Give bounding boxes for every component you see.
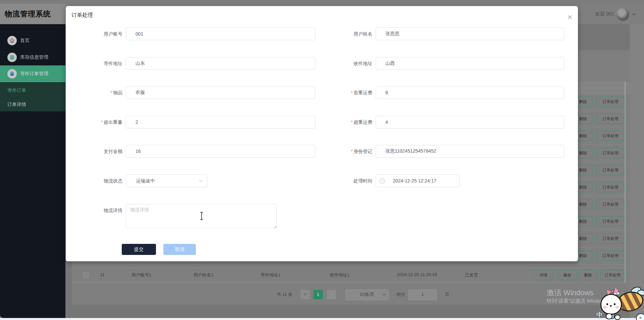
process-order-button[interactable]: 订单处理 — [596, 165, 625, 175]
submenu-item-send-orders[interactable]: 寄件订单 — [7, 88, 26, 94]
pet-head — [600, 294, 622, 315]
field-label-excess-weight: *超出重量 — [66, 116, 126, 128]
cell-receive-address: 收件地址1 — [330, 272, 350, 278]
pagination-page-1[interactable]: 1 — [313, 290, 323, 299]
field-label-user-name: 用户姓名 — [254, 28, 376, 40]
pagination-next-button[interactable]: > — [327, 290, 336, 299]
sidebar-item-label: 寄件订单管理 — [20, 71, 48, 77]
cell-status: 已发货 — [465, 272, 478, 278]
sidebar-item-home[interactable]: 首页 — [0, 32, 65, 49]
receive-address-input[interactable] — [376, 57, 564, 70]
field-label-overweight-fee: *超重运费 — [254, 116, 376, 128]
delete-button[interactable]: 删除 — [579, 270, 597, 280]
pet-eye — [614, 303, 615, 305]
process-order-button[interactable]: 订单处理 — [596, 131, 625, 141]
process-order-button[interactable]: 订单处理 — [596, 114, 625, 124]
cancel-button[interactable]: 取消 — [163, 244, 196, 255]
goto-label: 前往 — [396, 291, 405, 298]
submenu-item-order-detail[interactable]: 订单详情 — [7, 102, 26, 108]
sidebar-submenu: 寄件订单 订单详情 — [0, 82, 65, 111]
detail-button[interactable]: 详情 — [534, 270, 553, 280]
sidebar-item-orders[interactable]: 寄件订单管理 — [0, 65, 65, 82]
field-label-user-account: 用户账号 — [66, 28, 126, 40]
pet-nose — [610, 305, 612, 307]
pet-blush — [603, 306, 607, 309]
sidebar-item-label: 库存信息管理 — [20, 54, 48, 60]
process-order-button[interactable]: 订单处理 — [596, 199, 625, 209]
field-label-identity-register: *身份登记 — [254, 145, 376, 158]
field-label-logistics-detail: 物流详情 — [66, 204, 126, 217]
pet-bow-knot — [611, 290, 614, 292]
process-order-button[interactable]: 订单处理 — [596, 251, 625, 261]
order-book-icon — [7, 69, 17, 78]
first-weight-fee-input[interactable] — [376, 86, 564, 99]
logistics-status-value: 运输途中 — [136, 178, 155, 183]
field-label-item: *物品 — [66, 86, 126, 99]
cell-process-time: 2024-12-25 11:24:19 — [397, 272, 437, 277]
screen: 物流管理系统 欢迎 002 首页 库存信息管理 寄件订单管理 寄件订单 订单 — [0, 0, 644, 320]
order-process-dialog: 订单处理 用户账号 用户姓名 寄件地址 收件地址 *物品 *首重运费 *超出重量… — [66, 6, 578, 261]
desktop-pet-sticker[interactable] — [600, 287, 644, 320]
required-asterisk: * — [110, 90, 112, 95]
pagination-prev-button[interactable]: < — [301, 290, 310, 299]
field-label-payment-amount: 支付金额 — [66, 145, 126, 158]
pet-paw — [614, 315, 621, 320]
field-label-send-address: 寄件地址 — [66, 57, 126, 70]
required-asterisk: * — [351, 90, 353, 95]
edit-button[interactable]: 修改 — [558, 270, 577, 280]
pet-eye — [606, 303, 608, 305]
pet-paw — [606, 313, 612, 319]
field-label-first-weight-fee: *首重运费 — [254, 86, 376, 99]
process-order-button[interactable]: 订单处理 — [596, 216, 625, 226]
avatar[interactable] — [616, 8, 629, 21]
page-background — [630, 24, 644, 318]
clock-icon — [379, 178, 385, 184]
chevron-down-icon — [382, 294, 386, 296]
process-order-button[interactable]: 订单处理 — [600, 270, 625, 280]
row-checkbox[interactable] — [83, 272, 89, 278]
field-label-receive-address: 收件地址 — [254, 57, 376, 70]
process-time-value: 2024-12-25 12:24:17 — [393, 178, 436, 183]
user-name-input[interactable] — [376, 28, 564, 40]
windows-activation-watermark: 激活 Windows — [547, 288, 593, 298]
cell-user-account: 用户账号1 — [131, 272, 151, 278]
process-order-button[interactable]: 订单处理 — [596, 182, 625, 192]
cell-index: 11 — [97, 272, 107, 277]
identity-register-input[interactable] — [376, 145, 564, 158]
sidebar: 首页 库存信息管理 寄件订单管理 寄件订单 订单详情 — [0, 24, 65, 318]
chevron-down-icon — [199, 180, 203, 182]
cell-user-name: 用户姓名1 — [194, 272, 213, 278]
cell-send-address: 寄件地址1 — [261, 272, 280, 278]
close-icon[interactable] — [566, 13, 574, 21]
process-order-button[interactable]: 订单处理 — [596, 233, 625, 244]
process-order-button[interactable]: 订单处理 — [596, 97, 625, 107]
submit-button[interactable]: 提交 — [122, 244, 156, 255]
field-label-process-time: 处理时间 — [254, 174, 376, 187]
chevron-down-icon[interactable] — [632, 13, 636, 16]
pet-blush — [615, 306, 619, 309]
inventory-icon — [7, 53, 17, 62]
process-time-input[interactable]: 2024-12-25 12:24:17 — [376, 174, 460, 187]
page-size-select[interactable]: 20条/页 — [345, 289, 389, 300]
required-asterisk: * — [351, 149, 353, 154]
process-order-button[interactable]: 订单处理 — [596, 148, 625, 158]
page-unit-label: 页 — [445, 291, 449, 298]
overweight-fee-input[interactable] — [376, 116, 564, 128]
required-asterisk: * — [101, 119, 103, 125]
bottom-strip — [0, 318, 644, 320]
logistics-status-select[interactable]: 运输途中 — [126, 174, 207, 187]
app-logo: 物流管理系统 — [0, 4, 65, 24]
text-cursor-icon — [200, 212, 204, 220]
page-size-value: 20条/页 — [360, 292, 374, 297]
pagination-total: 共 11 条 — [277, 291, 292, 298]
goto-page-input[interactable]: 1 — [408, 289, 437, 300]
dialog-title: 订单处理 — [71, 10, 93, 20]
field-label-logistics-status: 物流状态 — [66, 174, 126, 187]
required-asterisk: * — [351, 119, 353, 125]
app-title: 物流管理系统 — [5, 9, 51, 19]
sidebar-item-inventory[interactable]: 库存信息管理 — [0, 49, 65, 66]
resize-grip-icon[interactable] — [273, 224, 276, 228]
table-row: 11 用户账号1 用户姓名1 寄件地址1 收件地址1 2024-12-25 11… — [72, 268, 630, 282]
welcome-text: 欢迎 002 — [595, 4, 614, 24]
home-icon — [7, 36, 17, 45]
